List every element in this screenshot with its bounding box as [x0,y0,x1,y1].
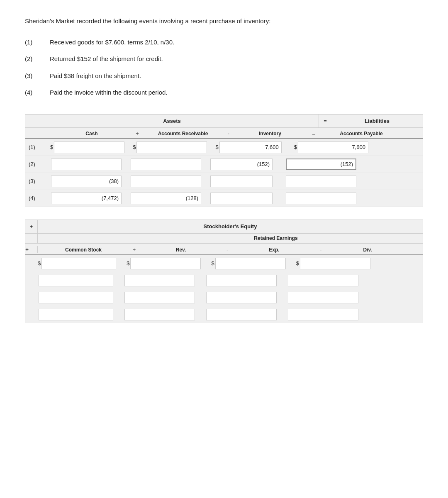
ap-cell-2-highlighted[interactable]: (152) [286,159,356,170]
event-num-3: (3) [25,71,50,81]
inv-cell-2[interactable]: (152) [210,159,273,170]
inv-cell-1[interactable]: 7,600 [219,142,282,153]
dollar-exp-1: $ [211,260,215,266]
rev-cell-2[interactable] [124,275,195,286]
ar-cell-1[interactable] [136,142,207,153]
inv-cell-4[interactable] [210,193,273,204]
exp-cell-4[interactable] [206,309,277,320]
retained-earnings-header: Retained Earnings [129,234,423,243]
rev-cell-1[interactable] [130,258,201,269]
cash-col-header: Cash [50,131,133,137]
eq-minus-1: - [222,247,233,253]
dollar-cs-1: $ [38,260,41,266]
div-cell-1[interactable] [300,258,370,269]
event-text-3: Paid $38 freight on the shipment. [50,71,141,81]
cs-spacer-ret [38,234,129,243]
rev-cell-3[interactable] [124,292,195,303]
table-row: (2) (152) (152) [25,156,423,173]
div-col-header: Div. [326,247,409,253]
div-cell-4[interactable] [288,309,358,320]
eq-left-plus: + [25,246,38,253]
equity-col-headers: + Common Stock + Rev. - Exp. - Div. [25,244,423,255]
cs-cell-3[interactable] [39,292,113,303]
table-row: (4) (7,472) (128) [25,190,423,207]
exp-col-header: Exp. [233,247,316,253]
div-cell-2[interactable] [288,275,358,286]
event-item-2: (2) Returned $152 of the shipment for cr… [25,54,423,64]
equity-table-row [25,289,423,306]
eq-sign-col: = [307,130,320,137]
event-num-4: (4) [25,88,50,98]
ar-cell-4[interactable]: (128) [131,193,201,204]
dollar-cash-1: $ [50,144,54,150]
exp-cell-1[interactable] [215,258,286,269]
equity-table-row [25,272,423,289]
cs-col-header: Common Stock [38,247,129,253]
dollar-div-1: $ [296,260,300,266]
dollar-rev-1: $ [127,260,130,266]
event-text-2: Returned $152 of the shipment for credit… [50,54,163,64]
event-item-4: (4) Paid the invoice within the discount… [25,88,423,98]
table-header-row: Assets = Liabilities [25,115,423,128]
row-label-4: (4) [25,195,50,201]
eq-minus-2: - [316,247,326,253]
row-label-2: (2) [25,161,50,167]
equity-top-header-row: + Stockholder's Equity [25,220,423,234]
cs-cell-2[interactable] [39,275,113,286]
event-item-3: (3) Paid $38 freight on the shipment. [25,71,423,81]
exp-cell-3[interactable] [206,292,277,303]
plus-left-equity: + [25,220,38,233]
row-label-3: (3) [25,178,50,184]
event-text-1: Received goods for $7,600, terms 2/10, n… [50,38,174,47]
ap-col-header: Accounts Payable [320,131,403,137]
equals-sign-header: = [319,115,331,127]
dollar-ap-1: $ [294,144,298,150]
ap-cell-4[interactable] [286,193,356,204]
rev-cell-4[interactable] [124,309,195,320]
plus-operator-1: + [133,130,141,137]
ar-cell-3[interactable] [131,176,201,187]
liabilities-header: Liabilities [331,115,423,127]
eq-plus-1: + [129,247,139,253]
row-label-1: (1) [25,144,50,150]
event-num-2: (2) [25,54,50,64]
cs-cell-1[interactable] [41,258,116,269]
ap-cell-1[interactable]: 7,600 [298,142,368,153]
cash-cell-2[interactable] [51,159,122,170]
assets-liabilities-table: Assets = Liabilities Cash + Accounts Rec… [25,114,423,207]
ap-cell-3[interactable] [286,176,356,187]
cash-cell-1[interactable] [54,142,124,153]
cs-cell-4[interactable] [39,309,113,320]
retained-earnings-row: Retained Earnings [25,234,423,244]
minus-operator-1: - [224,130,233,137]
equity-table-row: $ $ $ $ [25,255,423,272]
inventory-col-header: Inventory [233,131,307,137]
cash-cell-3[interactable]: (38) [51,176,122,187]
exp-cell-2[interactable] [206,275,277,286]
stockholders-equity-header: Stockholder's Equity [38,220,423,233]
cash-cell-4[interactable]: (7,472) [51,193,122,204]
table-row: (3) (38) [25,173,423,190]
ar-cell-2[interactable] [131,159,201,170]
equity-table: + Stockholder's Equity Retained Earnings… [25,220,423,323]
equity-table-row [25,306,423,323]
rev-col-header: Rev. [139,247,222,253]
intro-text: Sheridan's Market recorded the following… [25,17,423,26]
column-headers: Cash + Accounts Receivable - Inventory =… [25,128,423,139]
dollar-ar-1: $ [133,144,136,150]
event-num-1: (1) [25,38,50,47]
dollar-inv-1: $ [215,144,219,150]
events-list: (1) Received goods for $7,600, terms 2/1… [25,38,423,98]
table-row: (1) $ $ $ 7,600 $ 7,600 [25,139,423,156]
ar-col-header: Accounts Receivable [141,131,224,137]
assets-header: Assets [25,115,319,127]
spacer-left-ret [25,234,38,243]
inv-cell-3[interactable] [210,176,273,187]
event-item-1: (1) Received goods for $7,600, terms 2/1… [25,38,423,47]
event-text-4: Paid the invoice within the discount per… [50,88,168,98]
div-cell-3[interactable] [288,292,358,303]
